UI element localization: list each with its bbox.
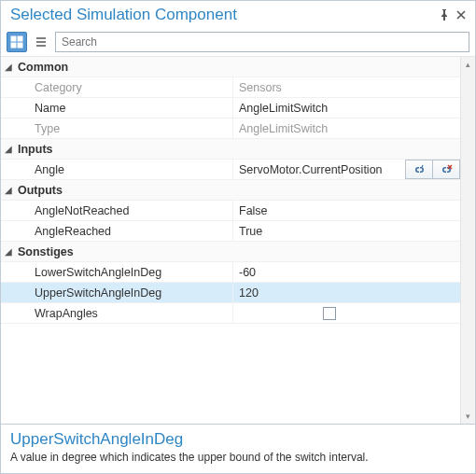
group-outputs[interactable]: ◢ Outputs	[1, 180, 460, 201]
vertical-scrollbar[interactable]: ▴ ▾	[460, 57, 475, 424]
link-button[interactable]	[405, 160, 433, 179]
prop-anglereached[interactable]: AngleReached True	[1, 221, 460, 242]
help-area: UpperSwitchAngleInDeg A value in degree …	[1, 424, 475, 473]
prop-wrapangles[interactable]: WrapAngles	[1, 303, 460, 324]
collapse-icon[interactable]: ◢	[1, 57, 16, 77]
collapse-icon[interactable]: ◢	[1, 242, 16, 261]
panel-title-bar: Selected Simulation Component	[1, 1, 475, 29]
collapse-icon[interactable]: ◢	[1, 139, 16, 159]
prop-angle[interactable]: Angle ServoMotor.CurrentPosition	[1, 160, 460, 180]
svg-rect-2	[11, 43, 16, 48]
help-title: UpperSwitchAngleInDeg	[10, 430, 466, 449]
wrapangles-checkbox[interactable]	[323, 307, 336, 320]
prop-type[interactable]: Type AngleLimitSwitch	[1, 118, 460, 139]
svg-rect-3	[18, 43, 22, 48]
group-inputs[interactable]: ◢ Inputs	[1, 139, 460, 160]
group-common[interactable]: ◢ Common	[1, 57, 460, 77]
search-input[interactable]	[62, 35, 463, 49]
prop-anglenotreached[interactable]: AngleNotReached False	[1, 201, 460, 221]
svg-rect-0	[11, 36, 16, 41]
prop-category[interactable]: Category Sensors	[1, 77, 460, 98]
prop-upperswitchangle[interactable]: UpperSwitchAngleInDeg 120	[1, 283, 460, 303]
collapse-icon[interactable]: ◢	[1, 180, 16, 200]
scroll-down-icon[interactable]: ▾	[466, 411, 470, 424]
panel-title: Selected Simulation Component	[7, 6, 436, 24]
prop-lowerswitchangle[interactable]: LowerSwitchAngleInDeg -60	[1, 262, 460, 283]
view-categorized-button[interactable]	[7, 32, 27, 52]
view-alphabetical-button[interactable]	[31, 32, 51, 52]
group-sonstiges[interactable]: ◢ Sonstiges	[1, 242, 460, 262]
help-text: A value in degree which indicates the up…	[10, 451, 466, 464]
search-box[interactable]	[55, 32, 469, 52]
binding-buttons	[406, 160, 460, 179]
prop-angle-value: ServoMotor.CurrentPosition	[239, 163, 383, 176]
svg-rect-1	[18, 36, 22, 41]
property-grid-wrap: ◢ Common Category Sensors Name AngleLimi…	[1, 57, 475, 424]
scroll-up-icon[interactable]: ▴	[466, 57, 470, 69]
property-grid: ◢ Common Category Sensors Name AngleLimi…	[1, 57, 460, 424]
close-icon[interactable]	[453, 7, 469, 23]
unlink-button[interactable]	[432, 160, 460, 179]
prop-name[interactable]: Name AngleLimitSwitch	[1, 98, 460, 118]
toolbar	[1, 29, 475, 57]
property-panel: Selected Simulation Component ◢ Common	[0, 0, 476, 474]
pin-icon[interactable]	[436, 7, 453, 23]
